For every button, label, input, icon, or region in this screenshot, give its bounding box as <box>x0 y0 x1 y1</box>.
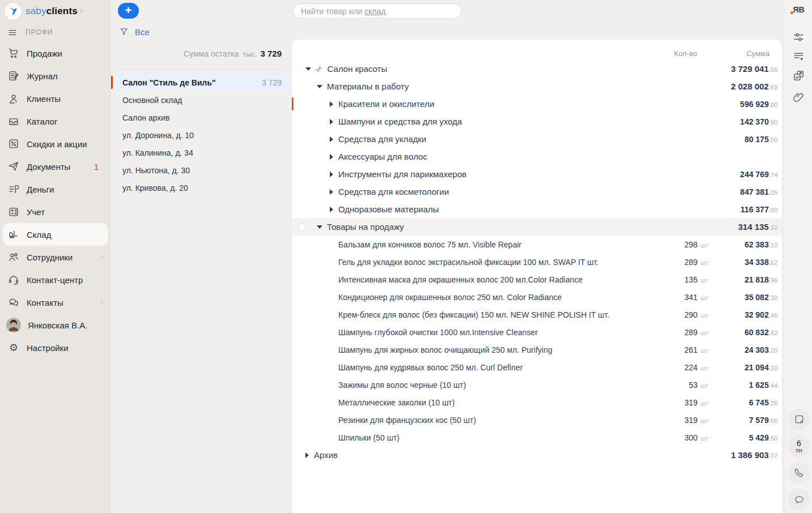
collapse-arrow-icon[interactable] <box>317 225 322 229</box>
sidebar-item-employees[interactable]: Сотрудники › <box>0 246 111 268</box>
tree-row-materials[interactable]: Материалы в работу 2 028 002.69 <box>292 78 782 95</box>
qty-unit: шт <box>700 400 708 407</box>
row-checkbox[interactable] <box>297 223 306 232</box>
sidebar-item-documents[interactable]: Документы 1 <box>0 155 111 178</box>
expand-arrow-icon[interactable] <box>330 119 333 125</box>
sidebar-item-label: Деньги <box>27 185 54 194</box>
sidebar-item-contacts[interactable]: Контакты › <box>0 291 111 314</box>
sidebar-item-clients[interactable]: Клиенты <box>0 87 111 110</box>
phone-button[interactable] <box>788 462 810 484</box>
sidebar-item-settings[interactable]: ⚙ Настройки <box>0 336 111 359</box>
product-row[interactable]: Шампунь глубокой очистки 1000 мл.Intensi… <box>292 323 782 341</box>
collapse-arrow-icon[interactable] <box>305 67 311 71</box>
warehouse-list: Салон "Стиль де Виль" 3 729 Основной скл… <box>111 74 292 196</box>
summary-value: 3 729 <box>260 49 282 58</box>
tree-row-dyes[interactable]: Красители и окислители 596 929.00 <box>292 95 782 113</box>
logo-chevron-icon[interactable]: › <box>80 5 83 16</box>
tree-row-styling[interactable]: Средства для укладки 80 175.00 <box>292 130 782 148</box>
sliders-icon[interactable] <box>792 31 805 44</box>
user-initials-button[interactable]: ЯВ <box>785 5 812 14</box>
right-toolbar: ЯВ 6 пн <box>785 0 812 513</box>
warehouse-name: ул. Кривова, д. 20 <box>122 183 282 193</box>
tree-row-cosmetology[interactable]: Средства для косметологии 847 381.05 <box>292 183 782 200</box>
product-row[interactable]: Гель для укладки волос экстрасильной фик… <box>292 253 782 271</box>
product-row[interactable]: Шпильки (50 шт) 300шт 5 429.50 <box>292 429 782 446</box>
hamburger-menu-icon[interactable] <box>7 27 18 38</box>
tree-row-salon[interactable]: ✂ Салон красоты 3 729 041.08 <box>292 60 782 78</box>
add-button[interactable]: + <box>118 3 139 19</box>
qty-value: 290 <box>685 310 698 319</box>
view-settings-icon[interactable] <box>792 50 805 63</box>
tree-row-tools[interactable]: Инструменты для парикмахеров 244 769.74 <box>292 165 782 183</box>
qty-value: 289 <box>685 258 698 267</box>
warehouse-item[interactable]: Салон "Стиль де Виль" 3 729 <box>111 74 292 91</box>
filter-button[interactable]: Все <box>119 27 150 37</box>
column-header-sum[interactable]: Сумма <box>708 49 782 58</box>
warehouse-item[interactable]: ул. Калинина, д. 34 <box>111 144 292 161</box>
app-logo[interactable]: sabyclients › <box>0 0 111 23</box>
warehouse-item[interactable]: ул. Кривова, д. 20 <box>111 179 292 196</box>
journal-icon <box>7 70 20 82</box>
product-row[interactable]: Металлические заколки (10 шт) 319шт 6 74… <box>292 394 782 411</box>
product-row[interactable]: Кондиционер для окрашенных волос 250 мл.… <box>292 288 782 306</box>
expand-arrow-icon[interactable] <box>330 172 333 177</box>
expand-arrow-icon[interactable] <box>305 452 309 458</box>
sidebar-item-money[interactable]: Деньги <box>0 178 111 200</box>
link-paperclip-icon[interactable] <box>792 91 805 104</box>
expand-arrow-icon[interactable] <box>330 101 333 107</box>
expand-arrow-icon[interactable] <box>330 207 333 212</box>
sidebar-item-label: Скидки и акции <box>27 139 87 149</box>
app-title: sabyclients <box>25 6 78 17</box>
sidebar-item-discounts[interactable]: Скидки и акции <box>0 132 111 155</box>
search-input[interactable]: Найти товар или склад <box>293 3 462 19</box>
warehouse-item[interactable]: ул. Доронина, д. 10 <box>111 126 292 144</box>
tasks-copy-icon[interactable] <box>792 69 805 82</box>
expand-arrow-icon[interactable] <box>330 189 333 195</box>
sidebar-item-sales[interactable]: Продажи <box>0 42 111 65</box>
sidebar-item-contact-center[interactable]: Контакт-центр <box>0 268 111 291</box>
product-row[interactable]: Шампунь для жирных волос очищающий 250 м… <box>292 341 782 358</box>
notes-button[interactable] <box>788 408 810 430</box>
collapse-arrow-icon[interactable] <box>317 85 322 88</box>
tree-row-disposables[interactable]: Одноразовые материалы 116 377.00 <box>292 200 782 218</box>
sidebar-item-user-profile[interactable]: Янковская В.А. <box>0 314 111 336</box>
tree-row-archive[interactable]: Архив 1 386 903.07 <box>292 446 782 464</box>
calendar-button[interactable]: 6 пн <box>788 435 810 457</box>
product-row[interactable]: Крем-блеск для волос (без фиксации) 150 … <box>292 306 782 323</box>
tree-row-goods-for-sale[interactable]: Товары на продажу 314 135.32 <box>292 218 782 236</box>
product-row[interactable]: Шампунь для кудрявых волос 250 мл. Curl … <box>292 358 782 376</box>
product-row[interactable]: Зажимы для волос черные (10 шт) 53шт 1 6… <box>292 376 782 394</box>
sidebar-item-warehouse[interactable]: Склад <box>3 223 108 246</box>
sidebar-item-label: Учет <box>27 207 45 217</box>
warehouse-item[interactable]: ул. Ньютона, д. 30 <box>111 161 292 179</box>
tree-row-accessories[interactable]: Аксессуары для волос <box>292 148 782 165</box>
sidebar-item-label: Контакт-центр <box>27 275 83 285</box>
row-label: Красители и окислители <box>338 99 615 109</box>
chat-button[interactable] <box>788 489 810 510</box>
expand-arrow-icon[interactable] <box>330 136 333 142</box>
inventory-card: Кол-во Сумма ✂ Салон красоты 3 729 041.0… <box>292 40 782 513</box>
warehouse-item[interactable]: Салон архив <box>111 109 292 126</box>
sidebar-item-catalog[interactable]: Каталог <box>0 110 111 132</box>
qty-unit: шт <box>700 417 708 424</box>
warehouse-name: Основной склад <box>122 96 282 105</box>
product-row[interactable]: Интенсивная маска для окрашенных волос 2… <box>292 271 782 288</box>
sum-value: 596 929 <box>740 100 769 109</box>
product-row[interactable]: Резинки для французских кос (50 шт) 319ш… <box>292 411 782 429</box>
search-placeholder: Найти товар или <box>301 7 364 16</box>
sum-value: 21 818 <box>745 275 769 284</box>
warehouse-item[interactable]: Основной склад <box>111 91 292 109</box>
tree-row-shampoos[interactable]: Шампуни и средства для ухода 142 370.90 <box>292 113 782 130</box>
column-header-qty[interactable]: Кол-во <box>615 49 708 58</box>
product-row[interactable]: Бальзам для кончиков волос 75 мл. Visibl… <box>292 236 782 253</box>
sum-value: 116 377 <box>741 205 769 214</box>
product-name: Бальзам для кончиков волос 75 мл. Visibl… <box>338 240 615 249</box>
sidebar-item-accounting[interactable]: Учет <box>0 200 111 223</box>
chevron-right-icon: › <box>100 296 104 307</box>
sum-value: 34 338 <box>745 258 769 267</box>
search-placeholder-link[interactable]: склад <box>364 7 385 16</box>
sidebar-item-journal[interactable]: Журнал <box>0 65 111 87</box>
qty-value: 319 <box>685 398 698 407</box>
expand-arrow-icon[interactable] <box>330 154 333 160</box>
product-name: Интенсивная маска для окрашенных волос 2… <box>338 275 615 284</box>
